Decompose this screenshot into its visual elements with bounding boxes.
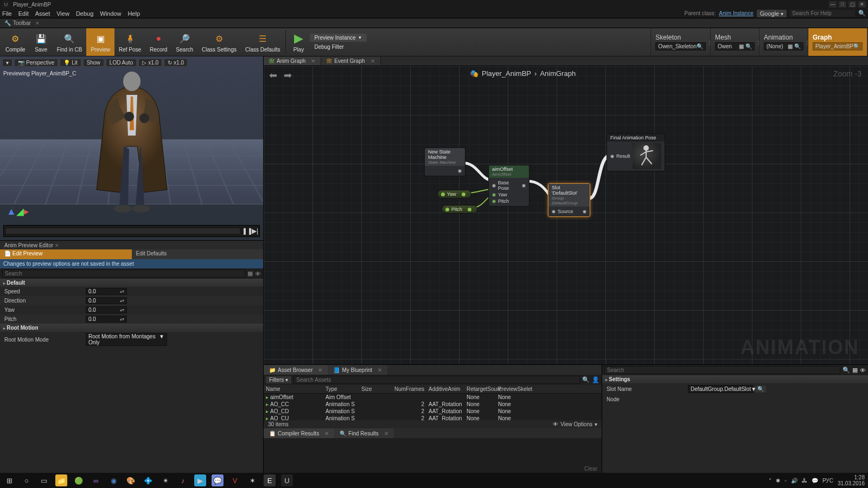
grid-icon[interactable]: ▦ <box>852 367 858 374</box>
step-icon[interactable]: ▶| <box>251 227 259 235</box>
breadcrumb-current[interactable]: AnimGraph <box>540 69 576 78</box>
explorer-icon[interactable]: 📁 <box>55 474 67 486</box>
compiler-results-tab[interactable]: 📋 Compiler Results✕ <box>264 428 334 438</box>
tray-language[interactable]: РУС <box>822 478 833 484</box>
asset-table-header[interactable]: Name Type Size NumFrames AdditiveAnim Re… <box>264 385 602 394</box>
breadcrumb-root[interactable]: Player_AnimBP <box>482 69 531 78</box>
node-final-pose[interactable]: Final Animation Pose Result <box>607 133 665 171</box>
nav-back-icon[interactable]: ⬅ <box>269 69 277 81</box>
tray-icon-2[interactable]: ▫ <box>784 478 787 484</box>
viewport-menu-button[interactable]: ▾ <box>2 59 12 67</box>
tray-action-center-icon[interactable]: 💬 <box>812 478 818 484</box>
taskview-icon[interactable]: ▭ <box>38 474 50 486</box>
app-icon-1[interactable]: ◉ <box>107 474 119 486</box>
preview-viewport[interactable]: ▾ 📷 Perspective 💡 Lit Show LOD Auto ▷ x1… <box>0 56 263 241</box>
app-icon-6[interactable]: ✶ <box>246 474 258 486</box>
eye-icon[interactable]: 👁 <box>860 367 866 374</box>
user-icon[interactable]: 👤 <box>592 376 599 383</box>
toolbar-tab[interactable]: 🔧 Toolbar ✕ <box>0 19 44 27</box>
search-icon[interactable]: 🔍 <box>582 376 590 383</box>
vivaldi-icon[interactable]: V <box>229 474 241 486</box>
class-settings-button[interactable]: ⚙Class Settings <box>197 28 241 56</box>
epic-launcher-icon[interactable]: E <box>264 474 276 486</box>
visual-studio-icon[interactable]: ∞ <box>90 474 102 486</box>
node-state-machine[interactable]: New State MachineState Machine <box>424 147 465 176</box>
details-search-input[interactable] <box>604 366 840 374</box>
search-icon[interactable]: 🔍 <box>858 10 866 17</box>
app-icon-4[interactable]: ✴ <box>159 474 171 486</box>
compile-button[interactable]: ⚙Compile <box>1 28 30 56</box>
prop-input-yaw[interactable]: 0.0▴▾ <box>86 306 127 313</box>
windows-taskbar[interactable]: ⊞ ○ ▭ 📁 🟢 ∞ ◉ 🎨 💠 ✴ ♪ ▶ 💬 V ✶ E U ˄ ✱ ▫ … <box>0 473 868 488</box>
root-motion-mode-dropdown[interactable]: Root Motion from Montages Only▼ <box>86 333 167 346</box>
maximize-button[interactable]: ▢ <box>848 1 856 8</box>
search-engine-dropdown[interactable]: Google ▾ <box>757 10 787 17</box>
cortana-icon[interactable]: ○ <box>21 474 33 486</box>
help-search-input[interactable] <box>790 10 855 17</box>
ref-pose-button[interactable]: 🧍Ref Pose <box>114 28 145 56</box>
mode-animation[interactable]: Animation (None)▦ 🔍 › <box>759 28 808 56</box>
app-icon-3[interactable]: 💠 <box>142 474 154 486</box>
tray-volume-icon[interactable]: 🔊 <box>791 478 797 484</box>
menu-help[interactable]: Help <box>127 10 140 17</box>
pause-icon[interactable]: ❚❚ <box>242 227 251 235</box>
class-defaults-button[interactable]: ☰Class Defaults <box>241 28 284 56</box>
mode-graph[interactable]: Graph Player_AnimBP🔍 <box>808 28 867 56</box>
speed1-button[interactable]: ▷ x1.0 <box>138 59 162 67</box>
node-aim-offset[interactable]: aimOffsetAimOffset Base Pose Yaw Pitch <box>488 165 529 207</box>
search-button[interactable]: 🔎Search <box>171 28 197 56</box>
prop-input-pitch[interactable]: 0.0▴▾ <box>86 316 127 323</box>
discord-icon[interactable]: 💬 <box>212 474 224 486</box>
play-button[interactable]: ▶Play <box>287 28 310 56</box>
save-button[interactable]: 💾Save <box>30 28 53 56</box>
perspective-dropdown[interactable]: 📷 Perspective <box>14 59 58 67</box>
tray-chevron-icon[interactable]: ˄ <box>769 478 771 484</box>
timeline-scrubber[interactable]: ❚❚ ▶| <box>3 225 260 237</box>
preview-instance-dropdown[interactable]: Preview Instance▼ <box>310 34 366 42</box>
restore-button[interactable]: □ <box>839 1 846 8</box>
app-icon-2[interactable]: 🎨 <box>125 474 137 486</box>
eye-icon[interactable]: 👁 <box>255 271 261 277</box>
event-graph-tab[interactable]: 🕸Event Graph✕ <box>321 57 380 65</box>
asset-row[interactable]: ▸AO_CCAnimation S2AAT_RotationNoneNone <box>264 401 602 408</box>
var-pitch-pill[interactable]: Pitch <box>442 205 477 214</box>
ue4-icon[interactable]: U <box>281 474 293 486</box>
slot-name-dropdown[interactable]: DefaultGroup.DefaultSlot▼ <box>688 385 753 393</box>
filters-dropdown[interactable]: Filters ▾ <box>266 376 291 383</box>
my-blueprint-tab[interactable]: 📘 My Blueprint✕ <box>328 365 387 375</box>
clear-button[interactable]: Clear <box>584 466 597 472</box>
asset-browser-tab[interactable]: 📁 Asset Browser✕ <box>264 365 328 375</box>
tray-clock[interactable]: 1:28 31.03.2016 <box>838 474 865 486</box>
graph-canvas[interactable]: ⬅➡ 🎭 Player_AnimBP › AnimGraph Zoom -3 A… <box>264 66 868 364</box>
mode-skeleton[interactable]: Skeleton Owen_Skeleton🔍 › <box>650 28 710 56</box>
menu-view[interactable]: View <box>56 10 69 17</box>
lit-dropdown[interactable]: 💡 Lit <box>60 59 81 67</box>
slot-browse-button[interactable]: 🔍 <box>755 386 766 393</box>
asset-row[interactable]: ▸AO_CDAnimation S2AAT_RotationNoneNone <box>264 408 602 415</box>
settings-section-header[interactable]: Settings <box>602 375 868 383</box>
speed2-button[interactable]: ↻ x1.0 <box>164 59 188 67</box>
menu-file[interactable]: File <box>2 10 12 17</box>
parent-class-link[interactable]: Anim Instance <box>719 10 753 16</box>
edit-defaults-tab[interactable]: Edit Defaults <box>132 249 264 259</box>
anim-graph-tab[interactable]: 🕸Anim Graph✕ <box>264 57 321 65</box>
close-button[interactable]: ✕ <box>858 1 866 8</box>
node-slot-default[interactable]: Slot 'DefaultSlot'Group DefaultGroup Sou… <box>548 183 590 217</box>
menu-debug[interactable]: Debug <box>76 10 93 17</box>
itunes-icon[interactable]: ♪ <box>177 474 189 486</box>
lod-dropdown[interactable]: LOD Auto <box>106 59 137 67</box>
anim-preview-tab[interactable]: Anim Preview Editor ✕ <box>0 242 63 249</box>
mode-mesh[interactable]: Mesh Owen▦ 🔍 › <box>710 28 759 56</box>
search-icon[interactable]: 🔍 <box>843 367 850 374</box>
asset-row[interactable]: ▸AO_CUAnimation S2AAT_RotationNoneNone <box>264 415 602 420</box>
menu-window[interactable]: Window <box>100 10 121 17</box>
app-icon-5[interactable]: ▶ <box>194 474 206 486</box>
anim-preview-search[interactable] <box>2 269 245 278</box>
view-options-dropdown[interactable]: 👁 View Options ▾ <box>553 421 597 427</box>
var-yaw-pill[interactable]: Yaw <box>437 190 471 198</box>
grid-icon[interactable]: ▦ <box>247 270 253 277</box>
preview-button[interactable]: ▣Preview <box>86 28 114 56</box>
asset-search-input[interactable] <box>293 376 580 384</box>
show-dropdown[interactable]: Show <box>83 59 104 67</box>
close-icon[interactable]: ✕ <box>35 21 40 26</box>
